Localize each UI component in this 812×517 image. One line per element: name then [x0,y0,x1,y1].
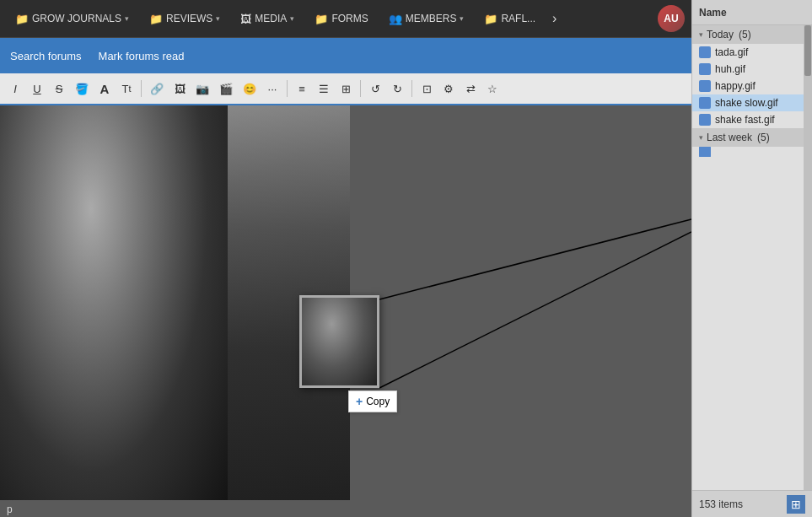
people-icon-members: 👥 [389,13,402,25]
underline-button[interactable]: U [27,78,47,100]
font-size-tt-button[interactable]: Tt [116,78,137,100]
file-panel-header: Name [692,0,812,25]
file-panel-footer: 153 items ⊞ [692,490,812,517]
nav-bar: 📁 GROW JOURNALS ▾ 📁 REVIEWS ▾ 🖼 MEDIA ▾ … [0,0,691,38]
align-button[interactable]: ≡ [292,78,312,100]
thumbnail-preview [302,298,377,385]
link-button[interactable]: 🔗 [146,78,168,100]
file-name-shake-slow: shake slow.gif [715,97,778,109]
today-label: Today [707,29,734,40]
dragged-thumbnail[interactable] [299,295,379,388]
copy-tooltip: + Copy [348,390,397,412]
nav-item-forms[interactable]: 📁 FORMS [306,8,376,30]
settings-button[interactable]: ⚙ [438,78,459,100]
chevron-down-icon-members: ▾ [460,14,464,23]
chevron-down-icon: ▾ [125,14,129,23]
nav-item-reviews[interactable]: 📁 REVIEWS ▾ [141,8,229,30]
items-count: 153 items [699,498,743,510]
gif-file-icon-happy [699,80,711,92]
today-section-header[interactable]: ▾ Today (5) [692,25,812,44]
gif-file-icon-shake-fast [699,114,711,126]
folder-icon-raffle: 📁 [484,13,497,25]
gif-file-icon-huh [699,63,711,75]
file-item-lw1[interactable] [692,147,812,157]
editor-bottom-bar: p [0,500,691,517]
folder-icon: 📁 [15,13,29,25]
file-name-shake-fast: shake fast.gif [715,114,775,126]
code-button[interactable]: ⇄ [460,78,481,100]
nav-label-media: MEDIA [255,13,287,24]
editor-area[interactable]: + Copy p [0,105,691,517]
folder-icon-reviews: 📁 [149,13,163,25]
redo-button[interactable]: ↻ [387,78,407,100]
search-forums-link[interactable]: Search forums [10,46,82,66]
nav-item-raffle[interactable]: 📁 RAFL... [476,8,544,30]
video-button[interactable]: 🎬 [215,78,237,100]
more-button[interactable]: ··· [262,78,282,100]
nav-label-reviews: REVIEWS [166,13,212,24]
grid-view-button[interactable]: ⊞ [787,495,805,514]
italic-button[interactable]: I [5,78,25,100]
gif-file-icon [699,46,711,58]
editor-toolbar: I U S 🪣 A Tt 🔗 🖼 📷 🎬 😊 ··· ≡ ☰ ⊞ ↺ ↻ ⊡ ⚙… [0,73,691,105]
font-size-a-button[interactable]: A [94,78,115,100]
nav-item-grow-journals[interactable]: 📁 GROW JOURNALS ▾ [7,8,137,30]
toolbar-separator-2 [287,80,288,97]
nav-label-grow-journals: GROW JOURNALS [32,13,121,24]
lastweek-count: (5) [757,132,770,143]
file-item-tada[interactable]: tada.gif [692,44,812,61]
nav-item-members[interactable]: 👥 MEMBERS ▾ [380,8,473,30]
list-button[interactable]: ☰ [314,78,334,100]
file-item-shake-fast[interactable]: shake fast.gif [692,111,812,128]
file-name-huh: huh.gif [715,63,745,75]
layout-button[interactable]: ⊡ [417,78,437,100]
toolbar-separator-1 [141,80,142,97]
file-panel: Name ▾ Today (5) tada.gif huh.gif happy.… [691,0,812,517]
copy-label: Copy [366,396,390,407]
file-item-happy[interactable]: happy.gif [692,78,812,94]
gif-file-icon-shake-slow [699,97,711,109]
lastweek-label: Last week [707,132,752,143]
chevron-down-icon-reviews: ▾ [216,14,220,23]
star-button[interactable]: ☆ [482,78,503,100]
dark-editor-area [350,105,691,517]
nav-item-media[interactable]: 🖼 MEDIA ▾ [232,8,303,30]
file-name-happy: happy.gif [715,80,756,92]
file-panel-header-label: Name [699,7,727,19]
image-button[interactable]: 🖼 [169,78,190,100]
file-name-tada: tada.gif [715,46,748,58]
collapse-arrow-today: ▾ [699,30,703,39]
file-item-shake-slow[interactable]: shake slow.gif [692,94,812,111]
toolbar-separator-3 [360,80,361,97]
nav-label-raffle: RAFL... [501,13,535,24]
collapse-arrow-lastweek: ▾ [699,133,703,142]
image-icon-media: 🖼 [240,13,251,25]
toolbar-separator-4 [411,80,412,97]
color-button[interactable]: 🪣 [71,78,93,100]
mark-forums-read-link[interactable]: Mark forums read [99,46,185,66]
avatar[interactable]: AU [658,5,685,32]
emoji-button[interactable]: 😊 [239,78,261,100]
secondary-bar: Search forums Mark forums read [0,38,691,73]
gif-file-icon-lw1 [699,147,711,157]
folder-icon-forms: 📁 [315,13,328,25]
nav-label-members: MEMBERS [406,13,457,24]
scrollbar-track[interactable] [804,25,812,490]
nav-label-forms: FORMS [331,13,368,24]
scrollbar-thumb[interactable] [804,25,811,76]
undo-button[interactable]: ↺ [365,78,385,100]
nav-more-button[interactable]: › [547,8,562,30]
camera-button[interactable]: 📷 [191,78,213,100]
last-week-section-header[interactable]: ▾ Last week (5) [692,128,812,147]
plus-icon: + [356,395,363,408]
table-button[interactable]: ⊞ [336,78,356,100]
file-item-huh[interactable]: huh.gif [692,61,812,78]
strikethrough-button[interactable]: S [49,78,69,100]
today-count: (5) [739,29,751,40]
bottom-char: p [7,504,13,515]
chevron-down-icon-media: ▾ [290,14,294,23]
